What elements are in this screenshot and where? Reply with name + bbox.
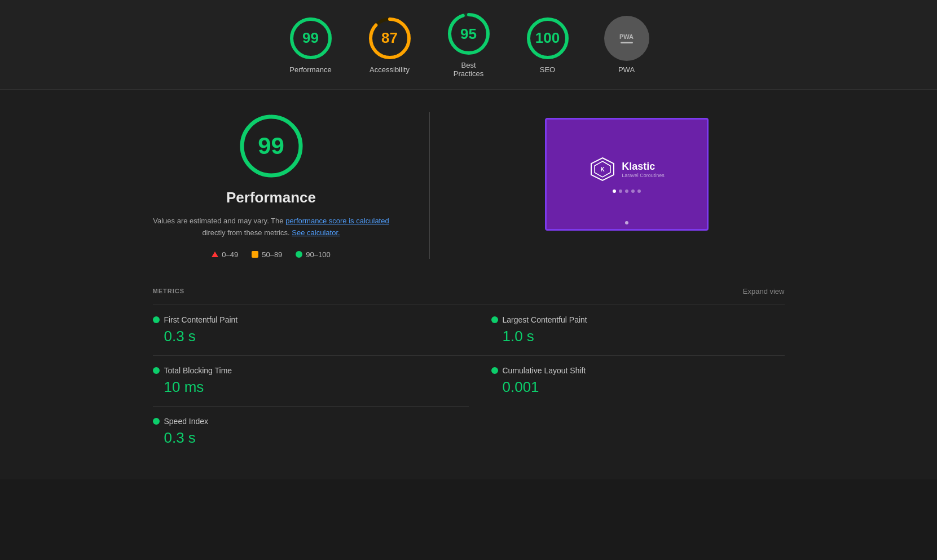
score-item-pwa[interactable]: PWA PWA [604, 16, 649, 74]
score-item-accessibility[interactable]: 87 Accessibility [367, 16, 412, 74]
score-circle-seo: 100 [525, 16, 570, 61]
score-item-seo[interactable]: 100 SEO [525, 16, 570, 74]
fcp-value: 0.3 s [153, 328, 446, 345]
performance-score: 99 [302, 29, 319, 47]
perf-right: K Klastic Laravel Coroutines [469, 112, 785, 231]
preview-dot-5 [637, 189, 641, 193]
big-score-circle: 99 [237, 112, 305, 180]
scores-bar: 99 Performance 87 Accessibility 95 BestP… [0, 0, 937, 90]
legend-pass: 90–100 [296, 250, 330, 259]
accessibility-score: 87 [381, 29, 398, 47]
tbt-dot [153, 367, 160, 374]
si-dot [153, 418, 160, 425]
score-item-performance[interactable]: 99 Performance [288, 16, 333, 74]
perf-title: Performance [226, 189, 316, 206]
pass-range: 90–100 [306, 250, 330, 259]
klastic-sub: Laravel Coroutines [622, 173, 665, 178]
metric-item-si: Speed Index 0.3 s [153, 406, 469, 457]
score-item-best-practices[interactable]: 95 BestPractices [446, 11, 491, 78]
lcp-label: Largest Contentful Paint [503, 315, 587, 324]
perf-score-link[interactable]: performance score is calculated [285, 217, 389, 225]
score-legend: 0–49 50–89 90–100 [212, 250, 330, 259]
metric-item-lcp: Largest Contentful Paint 1.0 s [469, 305, 785, 355]
metric-label-row-lcp: Largest Contentful Paint [491, 315, 776, 324]
perf-description: Values are estimated and may vary. The p… [153, 215, 390, 239]
pwa-circle: PWA [604, 16, 649, 61]
cls-label: Cumulative Layout Shift [503, 366, 586, 375]
fcp-dot [153, 316, 160, 323]
preview-box: K Klastic Laravel Coroutines [545, 118, 709, 231]
pwa-label: PWA [618, 65, 635, 74]
metric-label-row-fcp: First Contentful Paint [153, 315, 446, 324]
best-practices-label: BestPractices [454, 61, 483, 78]
score-circle-performance: 99 [288, 16, 333, 61]
svg-text:K: K [601, 166, 605, 173]
preview-dot-2 [619, 189, 622, 193]
tbt-label: Total Blocking Time [164, 366, 232, 375]
tbt-value: 10 ms [153, 378, 446, 396]
seo-label: SEO [540, 65, 555, 74]
best-practices-score: 95 [460, 25, 477, 43]
calculator-link[interactable]: See calculator. [292, 228, 340, 237]
metric-label-row-si: Speed Index [153, 417, 446, 426]
legend-average: 50–89 [252, 250, 282, 259]
legend-fail: 0–49 [212, 250, 238, 259]
metrics-header: METRICS Expand view [153, 287, 785, 296]
score-circle-accessibility: 87 [367, 16, 412, 61]
expand-view-button[interactable]: Expand view [743, 287, 785, 296]
preview-dot-3 [625, 189, 628, 193]
preview-dot-1 [613, 189, 616, 193]
preview-logo-area: K Klastic Laravel Coroutines [589, 156, 665, 183]
preview-dot-4 [631, 189, 635, 193]
metric-label-row-cls: Cumulative Layout Shift [491, 366, 776, 375]
metric-item-tbt: Total Blocking Time 10 ms [153, 355, 469, 406]
metric-label-row-tbt: Total Blocking Time [153, 366, 446, 375]
cls-dot [491, 367, 498, 374]
main-content: 99 Performance Values are estimated and … [0, 90, 937, 479]
performance-label: Performance [289, 65, 331, 74]
klastic-logo-icon: K [589, 156, 616, 183]
si-label: Speed Index [164, 417, 209, 426]
metrics-section: METRICS Expand view First Contentful Pai… [153, 287, 785, 457]
big-score-number: 99 [258, 133, 284, 160]
average-range: 50–89 [262, 250, 282, 259]
cls-value: 0.001 [491, 378, 776, 396]
metric-item-cls: Cumulative Layout Shift 0.001 [469, 355, 785, 406]
preview-bottom-dot [625, 221, 628, 224]
fail-icon [212, 252, 218, 257]
klastic-name: Klastic [622, 161, 665, 173]
lcp-dot [491, 316, 498, 323]
perf-left: 99 Performance Values are estimated and … [153, 112, 390, 259]
si-value: 0.3 s [153, 429, 446, 447]
preview-dots [613, 189, 641, 193]
metric-item-fcp: First Contentful Paint 0.3 s [153, 305, 469, 355]
fail-range: 0–49 [222, 250, 238, 259]
metrics-title: METRICS [153, 288, 185, 294]
desc-mid: directly from these metrics. [202, 228, 289, 237]
performance-section: 99 Performance Values are estimated and … [153, 112, 785, 259]
desc-start: Values are estimated and may vary. The [153, 217, 283, 225]
pwa-label-top: PWA [619, 33, 634, 40]
pass-icon [296, 251, 302, 258]
fcp-label: First Contentful Paint [164, 315, 238, 324]
average-icon [252, 251, 258, 258]
score-circle-best-practices: 95 [446, 11, 491, 56]
seo-score: 100 [535, 29, 560, 47]
metrics-grid: First Contentful Paint 0.3 s Largest Con… [153, 305, 785, 457]
accessibility-label: Accessibility [369, 65, 410, 74]
pwa-dash [621, 42, 633, 43]
divider [429, 112, 430, 259]
lcp-value: 1.0 s [491, 328, 776, 345]
klastic-text-area: Klastic Laravel Coroutines [622, 161, 665, 178]
